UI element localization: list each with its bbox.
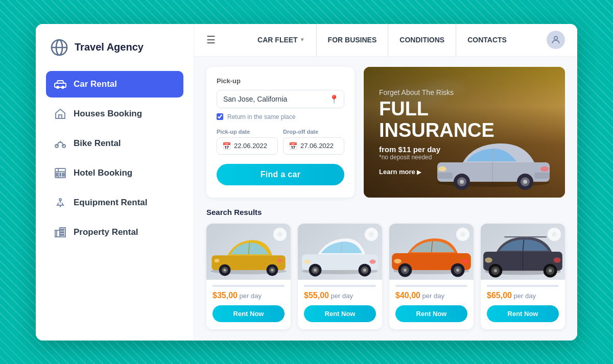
car-1-price: $35,00 per day — [213, 291, 285, 300]
sidebar-item-property-rental[interactable]: Property Rental — [46, 219, 183, 246]
svg-rect-27 — [63, 232, 64, 233]
find-car-button[interactable]: Find a car — [217, 164, 344, 185]
dropoff-date-label: Drop-off date — [283, 129, 344, 135]
property-icon — [54, 226, 66, 238]
svg-point-64 — [363, 269, 366, 272]
svg-point-72 — [404, 269, 407, 272]
svg-rect-6 — [59, 115, 62, 118]
car-card-4: ☆ $65,00 per day Rent Now — [481, 224, 565, 329]
sidebar-property-label: Property Rental — [74, 227, 138, 237]
sidebar-bike-label: Bike Rental — [74, 138, 121, 149]
svg-rect-17 — [62, 175, 64, 176]
nav-car-fleet[interactable]: CAR FLEET ▼ — [246, 24, 316, 57]
return-same-checkbox[interactable] — [217, 113, 223, 120]
nav-contacts[interactable]: CONTACTS — [456, 24, 518, 57]
dropoff-date-input[interactable]: 📅 27.06.2022 — [283, 137, 344, 155]
svg-point-50 — [224, 269, 226, 271]
location-input-wrap: 📍 — [217, 90, 344, 108]
sidebar-item-equipment-rental[interactable]: Equipment Rental — [46, 189, 183, 216]
pickup-date-value: 22.06.2022 — [234, 142, 267, 150]
svg-point-89 — [553, 257, 560, 262]
pickup-date-input[interactable]: 📅 22.06.2022 — [217, 137, 278, 155]
user-avatar[interactable] — [547, 31, 565, 49]
svg-rect-29 — [63, 234, 64, 235]
car-4-star[interactable]: ☆ — [548, 228, 561, 241]
pickup-date-label: Pick-up date — [217, 129, 278, 135]
car-icon — [54, 78, 66, 90]
svg-point-76 — [394, 258, 401, 263]
location-pin-icon: 📍 — [329, 94, 339, 104]
svg-point-42 — [523, 180, 527, 184]
svg-rect-36 — [534, 173, 550, 179]
rent-now-button-3[interactable]: Rent Now — [395, 305, 467, 322]
car-3-star[interactable]: ☆ — [456, 228, 469, 241]
calendar-icon-pickup: 📅 — [222, 142, 231, 150]
sidebar-item-hotel-booking[interactable]: Hotel Booking — [46, 160, 183, 186]
car-svg — [427, 124, 560, 190]
car-4-price: $65,00 per day — [487, 291, 559, 300]
svg-point-44 — [540, 166, 549, 172]
car-3-price: $40,00 per day — [395, 291, 467, 300]
brand: Travel Agency — [46, 38, 183, 57]
svg-point-55 — [277, 258, 282, 262]
svg-point-87 — [549, 269, 552, 272]
location-input[interactable] — [217, 90, 344, 108]
svg-point-75 — [456, 269, 459, 272]
car-1-progress — [213, 285, 285, 287]
main-content: ☰ CAR FLEET ▼ FOR BUSINES CONDITIONS CON… — [194, 24, 577, 341]
sidebar-item-car-rental[interactable]: Car Rental — [46, 71, 183, 98]
car-image-1: ☆ — [206, 224, 291, 280]
rent-now-button-4[interactable]: Rent Now — [487, 305, 559, 322]
svg-rect-16 — [60, 175, 61, 176]
banner-car-image — [427, 124, 560, 192]
svg-point-18 — [59, 199, 61, 201]
svg-point-88 — [485, 257, 492, 262]
hotel-icon — [54, 167, 66, 179]
car-3-info: $40,00 per day Rent Now — [389, 280, 474, 329]
svg-rect-13 — [60, 173, 61, 174]
svg-point-61 — [314, 269, 317, 272]
brand-label: Travel Agency — [75, 41, 144, 53]
car-2-star[interactable]: ☆ — [365, 228, 378, 241]
pickup-date-field: Pick-up date 📅 22.06.2022 — [217, 129, 278, 155]
car-image-2: ☆ — [298, 224, 382, 280]
svg-point-84 — [494, 269, 497, 272]
cars-grid: ☆ $35,00 per day Rent Now — [206, 224, 565, 329]
sidebar-item-bike-rental[interactable]: Bike Rental — [46, 130, 183, 157]
content-area: Pick-up 📍 Return in the same place Pick-… — [194, 57, 577, 341]
svg-rect-14 — [62, 173, 64, 174]
globe-icon — [50, 38, 68, 57]
car-4-progress — [487, 285, 559, 287]
return-same-row: Return in the same place — [217, 113, 344, 120]
sidebar-item-houses-booking[interactable]: Houses Booking — [46, 101, 183, 127]
svg-rect-25 — [63, 229, 64, 230]
svg-point-43 — [438, 166, 446, 172]
svg-point-77 — [461, 258, 468, 263]
dropoff-date-field: Drop-off date 📅 27.06.2022 — [283, 129, 344, 155]
svg-point-54 — [214, 258, 219, 262]
car-card-1: ☆ $35,00 per day Rent Now — [206, 224, 291, 329]
car-card-3: ☆ $40,00 per day Rent Now — [389, 224, 474, 329]
sidebar: Travel Agency Car Rental Houses Booking — [36, 24, 194, 341]
svg-rect-32 — [437, 162, 550, 182]
dates-row: Pick-up date 📅 22.06.2022 Drop-off date … — [217, 129, 344, 155]
svg-point-30 — [554, 36, 558, 40]
svg-point-66 — [369, 259, 375, 263]
svg-point-39 — [460, 180, 464, 184]
calendar-icon-dropoff: 📅 — [289, 142, 297, 150]
nav-for-business[interactable]: FOR BUSINES — [317, 24, 389, 57]
pickup-label: Pick-up — [217, 77, 344, 85]
sidebar-car-rental-label: Car Rental — [74, 79, 117, 89]
rent-now-button-2[interactable]: Rent Now — [304, 305, 376, 322]
bike-icon — [54, 137, 66, 150]
car-card-2: ☆ $55,00 per day Rent Now — [298, 224, 382, 329]
car-1-star[interactable]: ☆ — [273, 228, 287, 241]
app-window: Travel Agency Car Rental Houses Booking — [36, 24, 577, 341]
hamburger-icon[interactable]: ☰ — [206, 34, 216, 46]
insurance-banner: Forget About The Risks FULL INSURANCE fr… — [364, 67, 565, 198]
nav-conditions[interactable]: CONDITIONS — [388, 24, 456, 57]
car-4-info: $65,00 per day Rent Now — [481, 280, 565, 329]
search-box: Pick-up 📍 Return in the same place Pick-… — [206, 67, 355, 198]
rent-now-button-1[interactable]: Rent Now — [213, 305, 285, 322]
return-same-label: Return in the same place — [227, 113, 295, 120]
